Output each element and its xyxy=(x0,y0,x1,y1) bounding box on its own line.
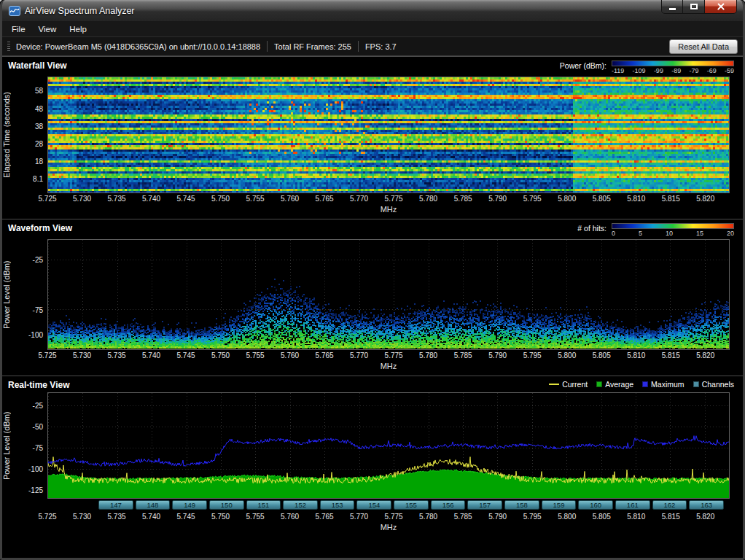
y-tick-label: 8.1 xyxy=(33,175,43,183)
freq-tick-label: 5.785 xyxy=(454,195,472,203)
title-bar[interactable]: AirView Spectrum Analyzer xyxy=(2,0,743,21)
freq-tick-label: 5.760 xyxy=(281,513,299,521)
waterfall-y-axis-label: Elapsed Time (seconds) xyxy=(2,77,14,193)
waveform-title: Waveform View xyxy=(8,223,72,233)
waterfall-plot xyxy=(47,77,730,193)
minimize-icon xyxy=(669,8,676,10)
freq-tick-label: 5.760 xyxy=(281,351,299,359)
separator xyxy=(358,41,359,52)
gradient-tick-label: -79 xyxy=(689,67,698,74)
freq-tick-label: 5.780 xyxy=(419,195,437,203)
separator xyxy=(267,41,268,52)
close-icon xyxy=(717,3,725,11)
freq-tick-label: 5.760 xyxy=(281,195,299,203)
realtime-canvas xyxy=(48,393,729,498)
waveform-y-axis-label: Power Level (dBm) xyxy=(2,239,14,350)
freq-tick-label: 5.765 xyxy=(316,513,334,521)
freq-tick-label: 5.805 xyxy=(593,513,611,521)
waterfall-panel: Waterfall View Power (dBm): -119-109-99-… xyxy=(2,56,743,219)
status-bar: Device: PowerBeam M5 (0418D6365C9A) on u… xyxy=(2,37,743,56)
freq-tick-label: 5.755 xyxy=(246,195,265,203)
channel-badge: 155 xyxy=(394,500,429,510)
waveform-x-ticks: 5.7255.7305.7355.7405.7455.7505.7555.760… xyxy=(47,351,730,361)
freq-tick-label: 5.765 xyxy=(316,195,334,203)
window-title: AirView Spectrum Analyzer xyxy=(25,6,135,16)
channel-badge: 151 xyxy=(246,500,281,510)
gradient-tick-label: -89 xyxy=(671,67,681,74)
y-tick-label: -125 xyxy=(28,486,43,494)
waveform-y-ticks: -25-75-100 xyxy=(14,239,47,350)
y-tick-label: -25 xyxy=(33,401,43,409)
channel-badge: 147 xyxy=(98,500,133,510)
channel-badge: 157 xyxy=(467,500,502,510)
menu-help[interactable]: Help xyxy=(63,23,93,36)
freq-tick-label: 5.775 xyxy=(385,513,403,521)
freq-tick-label: 5.750 xyxy=(211,513,230,521)
freq-tick-label: 5.770 xyxy=(350,513,368,521)
freq-tick-label: 5.735 xyxy=(108,195,126,203)
maximize-button[interactable] xyxy=(683,0,704,14)
freq-tick-label: 5.740 xyxy=(142,351,160,359)
menu-view[interactable]: View xyxy=(32,23,63,36)
freq-tick-label: 5.755 xyxy=(246,351,265,359)
gradient-tick-label: -109 xyxy=(633,67,646,74)
freq-tick-label: 5.815 xyxy=(662,513,680,521)
waterfall-canvas xyxy=(48,77,729,192)
fps-status: FPS: 3.7 xyxy=(365,42,397,51)
freq-tick-label: 5.780 xyxy=(419,351,437,359)
waterfall-y-ticks: 58483828188.1 xyxy=(14,77,47,193)
y-tick-label: 58 xyxy=(35,87,43,95)
freq-tick-label: 5.790 xyxy=(488,195,507,203)
power-legend: Power (dBm): -119-109-99-89-79-69-59 xyxy=(560,61,734,74)
channel-badge: 159 xyxy=(542,500,577,510)
channel-badge: 161 xyxy=(615,500,650,510)
y-tick-label: 28 xyxy=(35,140,43,148)
minimize-button[interactable] xyxy=(661,0,683,14)
rf-frames-status: Total RF Frames: 255 xyxy=(274,42,351,51)
hits-legend: # of hits: 05101520 xyxy=(577,223,734,237)
legend-current-label: Current xyxy=(562,380,588,389)
freq-tick-label: 5.730 xyxy=(73,195,91,203)
freq-tick-label: 5.735 xyxy=(108,351,126,359)
freq-tick-label: 5.775 xyxy=(385,351,403,359)
realtime-x-ticks: 5.7255.7305.7355.7405.7455.7505.7555.760… xyxy=(47,512,730,522)
freq-tick-label: 5.795 xyxy=(523,513,542,521)
y-tick-label: -75 xyxy=(33,443,43,451)
power-gradient-ticks: -119-109-99-89-79-69-59 xyxy=(612,67,734,74)
channel-badge: 153 xyxy=(320,500,355,510)
gradient-tick-label: 15 xyxy=(696,230,703,237)
close-button[interactable] xyxy=(704,0,737,14)
hits-legend-label: # of hits: xyxy=(577,223,606,233)
freq-tick-label: 5.805 xyxy=(593,351,611,359)
freq-tick-label: 5.790 xyxy=(488,513,507,521)
freq-tick-label: 5.725 xyxy=(38,513,56,521)
gradient-tick-label: -119 xyxy=(612,67,624,74)
power-legend-label: Power (dBm): xyxy=(560,61,606,70)
reset-all-data-button[interactable]: Reset All Data xyxy=(669,39,738,54)
grip-icon xyxy=(7,42,10,52)
freq-tick-label: 5.815 xyxy=(662,195,680,203)
app-icon xyxy=(9,5,20,17)
freq-tick-label: 5.820 xyxy=(696,195,714,203)
waveform-canvas xyxy=(48,240,729,349)
menu-file[interactable]: File xyxy=(5,23,32,36)
device-status: Device: PowerBeam M5 (0418D6365C9A) on u… xyxy=(16,42,260,51)
realtime-legend: Current Average Maximum Channels xyxy=(549,380,734,389)
freq-tick-label: 5.765 xyxy=(316,351,334,359)
channel-badge: 152 xyxy=(283,500,318,510)
freq-tick-label: 5.820 xyxy=(696,513,714,521)
realtime-title: Real-time View xyxy=(8,380,69,390)
freq-tick-label: 5.810 xyxy=(627,513,645,521)
freq-tick-label: 5.735 xyxy=(108,513,126,521)
freq-tick-label: 5.795 xyxy=(523,351,542,359)
freq-tick-label: 5.750 xyxy=(211,351,230,359)
legend-maximum-label: Maximum xyxy=(651,380,684,389)
waveform-x-axis-label: MHz xyxy=(47,362,730,373)
realtime-plot xyxy=(47,392,730,499)
freq-tick-label: 5.775 xyxy=(385,195,403,203)
freq-tick-label: 5.745 xyxy=(177,351,195,359)
realtime-y-ticks: -25-50-75-100-125 xyxy=(14,392,47,499)
waterfall-x-axis-label: MHz xyxy=(47,205,730,217)
gradient-tick-label: 0 xyxy=(612,230,615,237)
realtime-x-axis-label: MHz xyxy=(47,523,730,534)
